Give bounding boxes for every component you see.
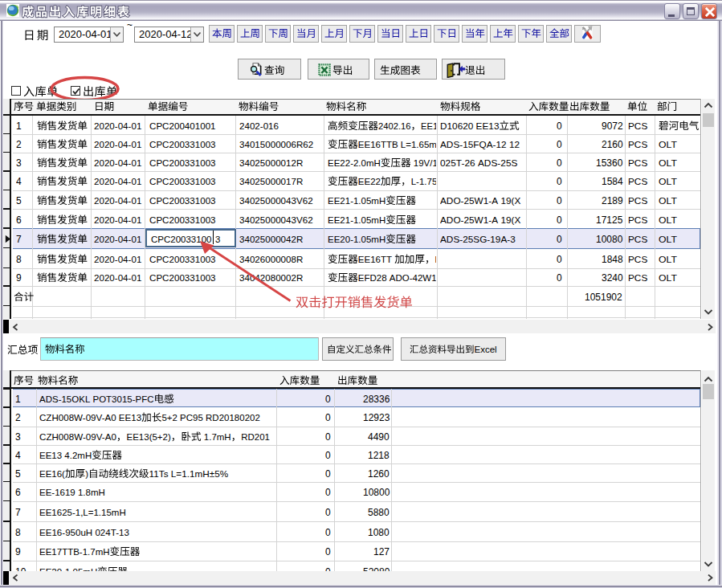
svg-text:ADS-15OKL POT3015-PFC: ADS-15OKL POT3015-PFC [39,394,154,404]
svg-text:): ) [85,469,88,479]
svg-text:0: 0 [325,431,331,443]
svg-text:6: 6 [15,487,21,498]
svg-text:PCS: PCS [628,234,647,245]
svg-text:8: 8 [15,527,21,538]
svg-text:EE16TTB L=1.65mH: EE16TTB L=1.65mH [358,140,436,149]
svg-text:2020-04-01: 2020-04-01 [94,120,141,131]
svg-text:7: 7 [15,507,21,518]
svg-text:2020-04-01: 2020-04-01 [94,139,141,149]
svg-text:3: 3 [16,157,22,169]
svg-text:PCS: PCS [628,139,647,150]
svg-text:RD201: RD201 [241,432,270,442]
svg-text:~: ~ [127,19,133,31]
svg-text:0: 0 [325,507,331,518]
svg-text:1260: 1260 [368,468,390,480]
svg-text:EE17TTB-1.7mH: EE17TTB-1.7mH [39,547,110,557]
svg-text:PCS: PCS [628,272,647,284]
svg-text:34025000012R: 34025000012R [239,157,303,168]
svg-text:0: 0 [557,195,562,206]
svg-text:0: 0 [325,450,331,461]
svg-text:4: 4 [15,450,21,461]
svg-text:2402.16: 2402.16 [378,121,410,131]
svg-text:127: 127 [373,546,390,557]
svg-text:CPC200401001: CPC200401001 [149,120,216,131]
svg-text:1: 1 [16,120,22,132]
svg-text:2020-04-01: 2020-04-01 [94,195,141,206]
svg-text:ADO-25W1-A 19(X: ADO-25W1-A 19(X [440,214,520,226]
svg-text:5: 5 [16,195,22,206]
svg-text:6: 6 [16,214,22,226]
svg-text:28336: 28336 [363,394,390,405]
svg-text:OLT: OLT [659,214,677,226]
svg-text:EE22-2.0mH: EE22-2.0mH [328,158,381,168]
svg-text:0: 0 [325,394,331,405]
svg-text:EE22: EE22 [358,177,381,186]
svg-text:1080: 1080 [368,527,390,538]
svg-text:2020-04-01: 2020-04-01 [94,254,141,264]
svg-text:OLT: OLT [659,234,677,245]
svg-text:EE21-1.05mH: EE21-1.05mH [328,215,385,225]
svg-text:0: 0 [325,487,331,498]
svg-text:0: 0 [557,254,562,265]
svg-text:1051902: 1051902 [585,292,622,303]
svg-text:34025000043V62: 34025000043V62 [239,195,313,206]
svg-text:CPC200331003: CPC200331003 [149,214,216,225]
svg-text:4: 4 [16,176,22,187]
svg-text:EE16(: EE16( [39,469,65,479]
svg-text:OLT: OLT [659,195,677,206]
svg-text:0: 0 [557,234,562,245]
svg-text:0: 0 [557,176,562,187]
svg-text:2020-04-01: 2020-04-01 [94,157,141,168]
svg-text:EE16-950uH 024T-13: EE16-950uH 024T-13 [39,528,129,537]
svg-text:11Ts L=1.1mH±5%: 11Ts L=1.1mH±5% [149,469,229,479]
svg-text:10080: 10080 [596,234,623,245]
svg-text:L=: L= [435,255,436,264]
svg-text:OLT: OLT [659,254,677,265]
svg-text:2020-04-01: 2020-04-01 [94,234,141,244]
svg-text:025T-26 ADS-25S: 025T-26 ADS-25S [440,157,518,169]
svg-text:0: 0 [557,139,562,150]
svg-text:EE1625-1,L=1.15mH: EE1625-1,L=1.15mH [39,508,126,517]
svg-text:2020-04-01: 2020-04-01 [94,272,141,283]
svg-text:9072: 9072 [602,120,623,132]
svg-text:19V/1.: 19V/1. [411,158,436,168]
svg-text:CPC200331003: CPC200331003 [149,157,216,168]
svg-text:Excel: Excel [475,345,497,354]
svg-text:CPC200331003: CPC200331003 [149,139,216,149]
svg-text:0: 0 [557,120,562,132]
svg-text:0: 0 [325,546,331,557]
svg-text:ADS-25SG-19A-3: ADS-25SG-19A-3 [440,234,516,245]
svg-text:5880: 5880 [368,507,390,518]
svg-text:34025000017R: 34025000017R [239,176,303,186]
svg-text:2020-04-01: 2020-04-01 [94,176,141,186]
svg-text:0: 0 [557,272,562,284]
svg-text:2189: 2189 [602,195,623,206]
svg-text:2: 2 [15,412,21,423]
svg-text:8: 8 [16,254,22,265]
svg-text:5+2 PC95 RD20180202: 5+2 PC95 RD20180202 [161,413,259,423]
svg-text:7: 7 [16,234,22,245]
svg-text:2160: 2160 [602,139,623,150]
svg-text:OLT: OLT [659,272,677,284]
svg-text:2402-016: 2402-016 [239,120,279,131]
svg-text:0: 0 [557,214,562,226]
svg-text:1218: 1218 [368,450,390,461]
svg-text:PCS: PCS [628,120,647,132]
svg-text:ADS-15FQA-12 12: ADS-15FQA-12 12 [440,139,520,150]
svg-text:L-1.75m: L-1.75m [411,177,436,186]
svg-text:0: 0 [325,468,331,480]
svg-text:PCS: PCS [628,254,647,265]
svg-text:PCS: PCS [628,176,647,187]
svg-text:EE13 4.2mH: EE13 4.2mH [39,451,92,460]
svg-text:0: 0 [557,157,562,169]
svg-text:0: 0 [325,527,331,538]
svg-text:PCS: PCS [628,214,647,226]
svg-text:10800: 10800 [363,487,390,498]
svg-text:CPC200331003: CPC200331003 [149,176,216,186]
svg-text:0: 0 [325,412,331,423]
svg-text:CZH008W-09V-A0 EE13: CZH008W-09V-A0 EE13 [39,413,141,423]
svg-text:OLT: OLT [659,139,677,150]
svg-text:1848: 1848 [602,254,623,265]
svg-text:D10620 EE13: D10620 EE13 [440,120,500,132]
svg-text:34025000043V62: 34025000043V62 [239,214,313,225]
